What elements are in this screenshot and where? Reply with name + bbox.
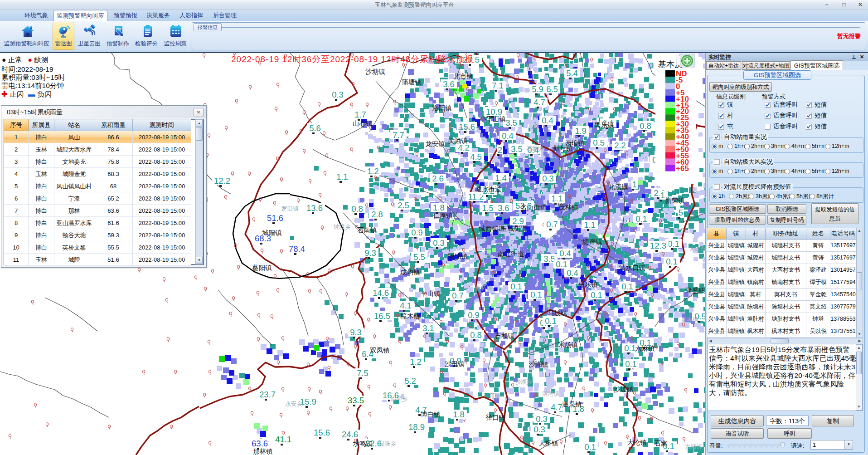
svg-text:0.3: 0.3 <box>536 414 548 424</box>
svg-text:5.2: 5.2 <box>404 376 416 386</box>
svg-text:1.8: 1.8 <box>433 203 445 212</box>
svg-text:0.4: 0.4 <box>567 268 578 278</box>
svg-text:罗田镇: 罗田镇 <box>281 205 299 212</box>
svg-text:0.1: 0.1 <box>668 239 679 249</box>
svg-text:石棠镇: 石棠镇 <box>526 146 543 152</box>
svg-text:78.4: 78.4 <box>289 244 305 254</box>
svg-text:1.5: 1.5 <box>482 203 494 213</box>
svg-text:0.1: 0.1 <box>510 282 522 291</box>
svg-text:41.1: 41.1 <box>275 435 291 444</box>
svg-text:0.4: 0.4 <box>502 131 514 141</box>
svg-text:大伦镇: 大伦镇 <box>627 439 647 446</box>
svg-text:清水口镇: 清水口镇 <box>619 264 645 271</box>
svg-text:0: 0 <box>649 61 653 70</box>
svg-text:1.8: 1.8 <box>453 410 465 419</box>
svg-text:2: 2 <box>498 145 502 155</box>
svg-text:1: 1 <box>660 191 665 200</box>
svg-text:绿珠乡: 绿珠乡 <box>379 440 396 447</box>
svg-text:2.6: 2.6 <box>432 174 444 183</box>
svg-text:浪平乡: 浪平乡 <box>390 396 407 402</box>
svg-text:7.1: 7.1 <box>492 81 504 90</box>
svg-text:钟联乡: 钟联乡 <box>333 224 351 230</box>
svg-text:六靖镇: 六靖镇 <box>685 444 702 450</box>
svg-text:0.1: 0.1 <box>545 316 557 326</box>
svg-text:1.1: 1.1 <box>551 194 563 203</box>
svg-text:双凤镇: 双凤镇 <box>370 347 390 354</box>
svg-text:0.7: 0.7 <box>546 220 558 229</box>
svg-text:1: 1 <box>632 180 637 189</box>
svg-text:博白镇: 博白镇 <box>421 411 441 418</box>
svg-text:3.5: 3.5 <box>505 118 517 127</box>
svg-text:大坡外镇: 大坡外镇 <box>689 246 705 252</box>
svg-text:1.1: 1.1 <box>584 220 596 230</box>
svg-text:0.1: 0.1 <box>666 257 678 266</box>
svg-text:1.7: 1.7 <box>354 110 366 119</box>
svg-text:0.5: 0.5 <box>593 138 605 147</box>
svg-text:0.1: 0.1 <box>621 282 633 291</box>
svg-text:那林镇: 那林镇 <box>253 448 273 455</box>
svg-text:1.2: 1.2 <box>367 166 379 176</box>
svg-text:名山街道: 名山街道 <box>520 204 547 211</box>
svg-text:5.9: 5.9 <box>532 84 543 94</box>
svg-text:0.7: 0.7 <box>452 291 464 300</box>
svg-text:石窝: 石窝 <box>655 440 668 447</box>
svg-text:0.9: 0.9 <box>411 228 423 237</box>
svg-text:4.7: 4.7 <box>551 402 563 412</box>
svg-text:13.6: 13.6 <box>306 203 323 213</box>
svg-text:清湾镇: 清湾镇 <box>542 391 559 397</box>
svg-text:平山镇: 平山镇 <box>421 290 441 297</box>
svg-text:0.9: 0.9 <box>468 310 480 320</box>
svg-text:2.9: 2.9 <box>512 216 524 226</box>
svg-text:0.8: 0.8 <box>470 330 482 340</box>
svg-text:5.5: 5.5 <box>413 252 425 262</box>
svg-text:5.6: 5.6 <box>309 123 321 133</box>
svg-text:23.7: 23.7 <box>259 390 276 399</box>
svg-text:洛阳镇: 洛阳镇 <box>432 104 452 112</box>
svg-text:樟木镇: 樟木镇 <box>400 313 420 320</box>
svg-text:民乐镇: 民乐镇 <box>594 121 614 128</box>
svg-text:茂林镇: 茂林镇 <box>558 204 578 211</box>
svg-text:沙塘镇: 沙塘镇 <box>365 68 385 75</box>
svg-text:0.4: 0.4 <box>542 116 553 125</box>
svg-text:1.1: 1.1 <box>336 172 348 181</box>
svg-text:山心镇: 山心镇 <box>353 120 373 127</box>
svg-text:塘岸镇: 塘岸镇 <box>582 238 602 245</box>
svg-text:0.3: 0.3 <box>332 90 344 99</box>
svg-text:新圩镇: 新圩镇 <box>553 145 573 152</box>
svg-text:0.3: 0.3 <box>542 174 554 183</box>
svg-text:水鸣镇: 水鸣镇 <box>353 440 373 447</box>
svg-text:城隍镇: 城隍镇 <box>262 229 282 236</box>
svg-text:永安乡: 永安乡 <box>285 401 302 407</box>
svg-text:0.1: 0.1 <box>625 359 637 369</box>
svg-text:卖酒镇: 卖酒镇 <box>448 137 468 144</box>
svg-text:0.1: 0.1 <box>635 214 647 224</box>
svg-text:6.5: 6.5 <box>546 84 558 94</box>
svg-text:24.6: 24.6 <box>342 430 358 439</box>
svg-text:2.8: 2.8 <box>371 210 383 219</box>
svg-text:1.9: 1.9 <box>575 126 587 136</box>
svg-text:成均镇: 成均镇 <box>400 269 420 276</box>
svg-text:0.1: 0.1 <box>624 343 636 353</box>
svg-text:新丰镇: 新丰镇 <box>681 317 698 323</box>
svg-text:7.7: 7.7 <box>393 130 404 140</box>
svg-text:9.3: 9.3 <box>350 328 362 337</box>
svg-text:0.8: 0.8 <box>351 204 363 214</box>
svg-text:0.1: 0.1 <box>556 259 567 269</box>
svg-text:2.2: 2.2 <box>614 141 626 150</box>
svg-text:+65: +65 <box>676 164 689 173</box>
svg-text:葵阳镇: 葵阳镇 <box>252 264 272 271</box>
svg-text:15.6: 15.6 <box>314 428 330 437</box>
svg-text:15.9: 15.9 <box>300 397 316 406</box>
svg-text:0.1: 0.1 <box>584 442 596 452</box>
svg-text:2.5: 2.5 <box>398 201 409 210</box>
svg-text:16.5: 16.5 <box>374 311 390 321</box>
svg-text:0.8: 0.8 <box>640 121 651 131</box>
svg-text:蒲塘镇: 蒲塘镇 <box>402 78 422 86</box>
svg-text:福绵镇: 福绵镇 <box>448 253 468 260</box>
svg-text:南江街道: 南江街道 <box>498 250 524 258</box>
svg-text:3.6: 3.6 <box>498 203 509 213</box>
svg-text:平乐镇: 平乐镇 <box>578 281 598 288</box>
svg-text:温泉镇: 温泉镇 <box>562 401 582 408</box>
svg-text:33.5: 33.5 <box>348 396 364 405</box>
svg-text:y: y <box>91 31 93 35</box>
